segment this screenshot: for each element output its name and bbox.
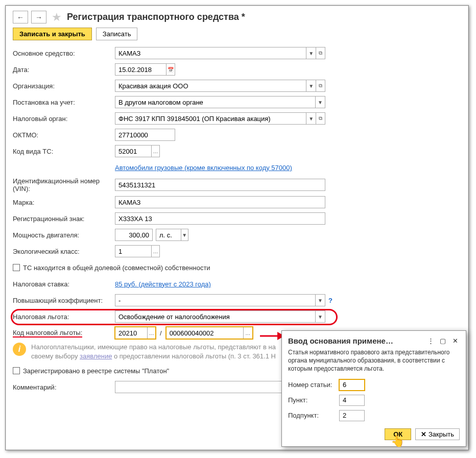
menu-icon[interactable]: ⋮ xyxy=(426,336,435,345)
hint-link[interactable]: заявление xyxy=(80,352,112,360)
plate-field[interactable] xyxy=(115,212,325,225)
org-input[interactable] xyxy=(115,80,306,91)
rate-link[interactable]: 85 руб. (действует с 2023 года) xyxy=(115,280,211,288)
platon-label: Зарегистрировано в реестре системы "Плат… xyxy=(23,367,169,375)
info-icon: i xyxy=(13,343,26,356)
open-icon[interactable]: ⧉ xyxy=(316,47,325,59)
comment-label: Комментарий: xyxy=(13,383,115,391)
maximize-icon[interactable]: ▢ xyxy=(438,336,447,345)
benefit-label: Налоговая льгота: xyxy=(13,313,115,321)
benefit-code-label: Код налоговой льготы: xyxy=(13,329,82,338)
shared-checkbox[interactable] xyxy=(13,264,20,271)
eco-field[interactable]: … xyxy=(115,245,160,257)
benefit-code2-field[interactable]: … xyxy=(166,327,253,339)
point-field[interactable] xyxy=(339,395,365,406)
ok-button[interactable]: ОК xyxy=(385,428,411,440)
benefit-code2-input[interactable] xyxy=(166,327,243,339)
tax-auth-field[interactable]: ▼ ⧉ xyxy=(115,112,325,125)
lookup-icon[interactable]: … xyxy=(151,246,159,257)
power-input[interactable] xyxy=(115,229,152,240)
shared-label: ТС находится в общей долевой (совместной… xyxy=(23,264,210,272)
vin-input[interactable] xyxy=(115,179,325,190)
article-label: Номер статьи: xyxy=(288,381,336,389)
ts-code-input[interactable] xyxy=(115,146,151,157)
article-field[interactable] xyxy=(339,379,365,391)
favorite-icon[interactable]: ★ xyxy=(50,12,64,23)
lookup-icon[interactable]: … xyxy=(147,327,155,339)
power-label: Мощность двигателя: xyxy=(13,231,115,239)
dropdown-icon[interactable]: ▼ xyxy=(306,80,315,91)
lookup-icon[interactable]: … xyxy=(151,146,159,157)
x-icon: ✕ xyxy=(421,430,429,438)
subpoint-input[interactable] xyxy=(340,411,364,421)
date-field[interactable]: 📅 xyxy=(115,63,175,76)
open-icon[interactable]: ⧉ xyxy=(316,113,325,124)
basis-popup: Ввод основания примене… ⋮ ▢ ✕ Статья нор… xyxy=(281,330,466,447)
power-unit-input[interactable] xyxy=(156,229,181,240)
help-icon[interactable]: ? xyxy=(328,297,332,304)
coef-label: Повышающий коэффициент: xyxy=(13,297,115,304)
article-input[interactable] xyxy=(340,380,364,390)
brand-field[interactable] xyxy=(115,196,325,208)
subpoint-label: Подпункт: xyxy=(288,412,336,419)
dropdown-icon[interactable]: ▼ xyxy=(306,113,315,124)
benefit-field[interactable]: ▼ xyxy=(115,310,325,323)
window-title: Регистрация транспортного средства * xyxy=(67,12,245,22)
benefit-code1-input[interactable] xyxy=(115,327,147,339)
dropdown-icon[interactable]: ▼ xyxy=(315,311,325,322)
reg-label: Постановка на учет: xyxy=(13,99,115,106)
ts-code-label: Код вида ТС: xyxy=(13,148,115,155)
power-field[interactable] xyxy=(115,229,153,241)
hint-line2a: своему выбору xyxy=(31,352,80,360)
dropdown-icon[interactable]: ▼ xyxy=(315,97,325,108)
save-close-button[interactable]: Записать и закрыть xyxy=(13,28,92,40)
oktmo-field[interactable] xyxy=(115,129,175,141)
lookup-icon[interactable]: … xyxy=(243,327,252,339)
eco-input[interactable] xyxy=(115,246,151,257)
reg-input[interactable] xyxy=(115,97,315,108)
asset-field[interactable]: ▼ ⧉ xyxy=(115,47,325,59)
eco-label: Экологический класс: xyxy=(13,248,115,255)
brand-input[interactable] xyxy=(115,197,325,208)
ts-code-desc-link[interactable]: Автомобили грузовые (кроме включенных по… xyxy=(115,164,292,172)
point-input[interactable] xyxy=(340,395,364,405)
calendar-icon[interactable]: 📅 xyxy=(166,64,175,75)
benefit-input[interactable] xyxy=(115,311,315,322)
tax-auth-input[interactable] xyxy=(115,113,306,124)
point-label: Пункт: xyxy=(288,396,336,404)
reg-field[interactable]: ▼ xyxy=(115,96,325,108)
open-icon[interactable]: ⧉ xyxy=(316,80,325,91)
plate-input[interactable] xyxy=(115,213,325,224)
coef-input[interactable] xyxy=(115,295,315,306)
main-window: ← → ★ Регистрация транспортного средства… xyxy=(5,5,469,450)
ts-code-field[interactable]: … xyxy=(115,145,160,157)
tax-auth-label: Налоговый орган: xyxy=(13,115,115,123)
vin-field[interactable] xyxy=(115,179,325,191)
dropdown-icon[interactable]: ▼ xyxy=(181,229,188,240)
dropdown-icon[interactable]: ▼ xyxy=(315,295,325,306)
benefit-code1-field[interactable]: … xyxy=(115,327,156,339)
asset-input[interactable] xyxy=(115,47,306,59)
popup-title: Ввод основания примене… xyxy=(288,336,423,345)
oktmo-label: ОКТМО: xyxy=(13,131,115,139)
close-icon[interactable]: ✕ xyxy=(450,336,460,345)
asset-label: Основное средство: xyxy=(13,50,115,57)
hint-line1: Налогоплательщики, имеющие право на нало… xyxy=(31,343,276,351)
back-button[interactable]: ← xyxy=(13,11,28,23)
coef-field[interactable]: ▼ xyxy=(115,294,325,306)
brand-label: Марка: xyxy=(13,199,115,206)
forward-button[interactable]: → xyxy=(31,11,46,23)
org-field[interactable]: ▼ ⧉ xyxy=(115,80,325,92)
power-unit-field[interactable]: ▼ xyxy=(156,229,188,241)
plate-label: Регистрационный знак: xyxy=(13,215,115,223)
dropdown-icon[interactable]: ▼ xyxy=(306,47,315,59)
date-input[interactable] xyxy=(115,64,166,75)
rate-label: Налоговая ставка: xyxy=(13,280,115,288)
platon-checkbox[interactable] xyxy=(13,367,20,374)
save-button[interactable]: Записать xyxy=(96,28,138,40)
close-button[interactable]: ✕ Закрыть xyxy=(415,428,460,440)
subpoint-field[interactable] xyxy=(339,410,365,421)
org-label: Организация: xyxy=(13,82,115,90)
hint-line2b: о предоставлении налоговой льготы (п. 3 … xyxy=(112,352,276,360)
oktmo-input[interactable] xyxy=(115,129,175,140)
